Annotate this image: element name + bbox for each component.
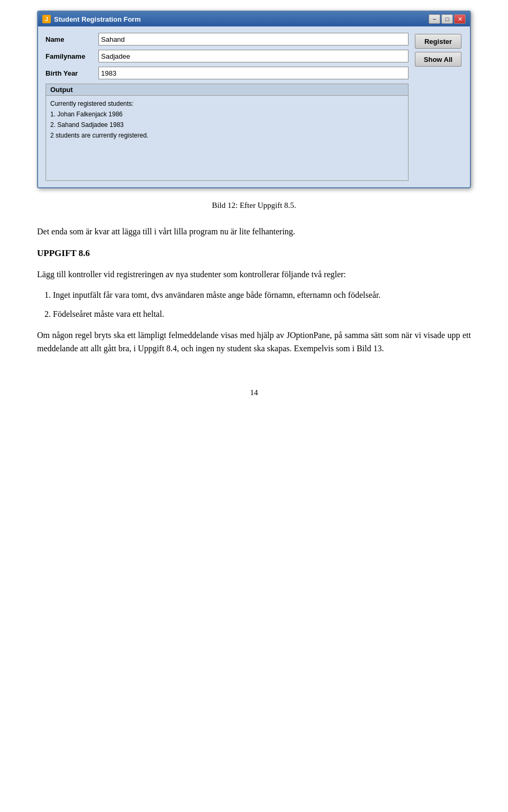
output-section: Output Currently registered students: 1.… (46, 84, 409, 181)
list-item-1: Inget inputfält får vara tomt, dvs använ… (53, 288, 471, 302)
list-item-2: Födelseåret måste vara ett heltal. (53, 307, 471, 321)
name-label: Name (46, 35, 98, 43)
name-input[interactable] (98, 33, 409, 45)
minimize-button[interactable]: − (429, 14, 440, 24)
output-line3: 2. Sahand Sadjadee 1983 (50, 120, 404, 130)
name-row: Name (46, 33, 409, 45)
output-header: Output (46, 84, 408, 96)
page-number: 14 (250, 388, 258, 397)
dialog-wrapper: J Student Registration Form − □ ✕ Name (37, 11, 471, 188)
birthyear-label: Birth Year (46, 69, 98, 77)
page: J Student Registration Form − □ ✕ Name (0, 0, 508, 812)
birthyear-row: Birth Year (46, 67, 409, 79)
dialog-title-left: J Student Registration Form (42, 15, 141, 23)
app-icon: J (42, 15, 51, 23)
section-heading: UPPGIFT 8.6 (37, 246, 471, 260)
body-text: Det enda som är kvar att lägga till i vå… (37, 225, 471, 363)
restore-button[interactable]: □ (441, 14, 453, 24)
familyname-row: Familyname (46, 50, 409, 62)
familyname-input[interactable] (98, 50, 409, 62)
dialog-titlebar: J Student Registration Form − □ ✕ (38, 12, 470, 26)
button-area: Register Show All (415, 33, 462, 181)
output-line4: 2 students are currently registered. (50, 131, 404, 140)
numbered-list: Inget inputfält får vara tomt, dvs använ… (53, 288, 471, 321)
form-area: Name Familyname Birth Year (46, 33, 409, 181)
register-button[interactable]: Register (415, 34, 461, 49)
output-line2: 1. Johan Falkenjack 1986 (50, 110, 404, 119)
dialog: J Student Registration Form − □ ✕ Name (37, 11, 471, 188)
figure-caption: Bild 12: Efter Uppgift 8.5. (212, 201, 296, 210)
output-body: Currently registered students: 1. Johan … (46, 96, 408, 180)
closing-paragraph: Om någon regel bryts ska ett lämpligt fe… (37, 329, 471, 355)
dialog-title: Student Registration Form (54, 15, 141, 23)
close-button[interactable]: ✕ (454, 14, 466, 24)
birthyear-input[interactable] (98, 67, 409, 79)
show-all-button[interactable]: Show All (415, 52, 461, 67)
intro-paragraph: Det enda som är kvar att lägga till i vå… (37, 225, 471, 239)
dialog-controls: − □ ✕ (429, 14, 466, 24)
dialog-body: Name Familyname Birth Year (38, 26, 470, 187)
output-line1: Currently registered students: (50, 99, 404, 108)
section-intro: Lägg till kontroller vid registreringen … (37, 268, 471, 281)
familyname-label: Familyname (46, 52, 98, 60)
